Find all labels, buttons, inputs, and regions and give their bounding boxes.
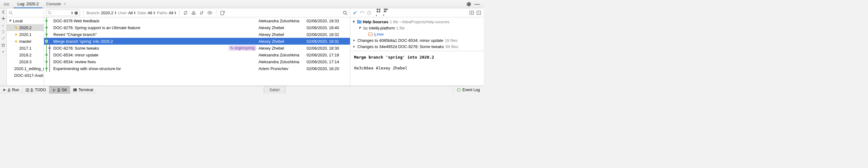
tab-log[interactable]: Log: 2020.2	[13, 0, 42, 8]
event-log-button[interactable]: Event Log	[453, 86, 484, 94]
tree-root-local[interactable]: Local	[7, 18, 44, 24]
changed-files-tree[interactable]: Help Sources 1 file ~/IdeaProjects/help-…	[350, 18, 484, 51]
expand-toggle-icon[interactable]	[359, 27, 362, 29]
commit-subject: DOC-6534: review fixes	[53, 60, 96, 64]
changes-text: Changes to 34e4952d DOC-9276: Some tweak…	[358, 44, 444, 49]
expand-toggle-icon[interactable]	[352, 39, 356, 42]
collapse-all-icon[interactable]	[476, 10, 481, 15]
filter-user[interactable]: User: All ▴▾	[118, 10, 136, 15]
safari-tab[interactable]: Safari	[264, 86, 285, 94]
search-history-icon[interactable]: ▴▾	[71, 11, 73, 14]
expand-toggle-icon[interactable]	[352, 21, 356, 23]
branch-item[interactable]: 2020.1_editing_code	[7, 65, 44, 72]
sort-icon[interactable]	[199, 10, 205, 16]
status-bar: 4: Run 6: TODO 9: Git Terminal Safari Ev…	[0, 86, 484, 94]
tree-root[interactable]: Help Sources 1 file ~/IdeaProjects/help-…	[350, 19, 484, 25]
hide-icon[interactable]: —	[474, 1, 480, 7]
cherry-pick-icon[interactable]	[191, 10, 197, 16]
more-icon[interactable]: »	[2, 50, 4, 53]
undo-icon[interactable]	[360, 10, 364, 15]
changes-to-item[interactable]: Changes to 4085b8a1 DOC-6534: minor upda…	[350, 37, 484, 43]
branch-item[interactable]: ★master	[7, 38, 44, 45]
trash-icon[interactable]	[2, 30, 5, 34]
ref-tag[interactable]: origin/spring	[229, 45, 256, 51]
plus-icon[interactable]	[2, 17, 5, 21]
commit-subject: Revert "Change branch"	[53, 32, 97, 37]
filter-branch[interactable]: Branch: 2020.2 ▴▾	[87, 10, 116, 15]
find-icon[interactable]	[342, 10, 348, 16]
branches-search[interactable]	[7, 8, 44, 18]
commit-row[interactable]: Experimenting with show-structure-forArt…	[44, 65, 350, 72]
tool-window-terminal[interactable]: Terminal	[70, 86, 96, 94]
collapse-in-icon[interactable]	[2, 23, 5, 27]
commit-date: 02/06/2020, 16:20	[307, 66, 350, 71]
tab-console[interactable]: Console ×	[42, 0, 70, 8]
svg-point-46	[55, 89, 56, 90]
collapse-icon[interactable]	[353, 10, 357, 15]
log-toolbar: ▴▾ Branch: 2020.2 ▴▾ User: All ▴▾ Date: …	[44, 8, 350, 18]
filter-date[interactable]: Date: All ▴▾	[137, 10, 155, 15]
gear-icon[interactable]	[466, 2, 471, 6]
star-icon[interactable]	[1, 43, 5, 47]
commit-date: 02/06/2020, 19:33	[307, 19, 350, 23]
commit-row[interactable]: DOC-6534: minor updateAleksandra Zolushk…	[44, 52, 350, 58]
commit-author: Aleksandra Zolushkina	[258, 60, 307, 64]
commit-row[interactable]: Merge branch 'spring' into 2020.2Alexey …	[44, 38, 350, 45]
branch-name: 2020.1_editing_code	[14, 66, 44, 71]
branch-name: 2019.2	[19, 53, 32, 57]
search-options-gear-icon[interactable]	[74, 11, 78, 15]
commit-row[interactable]: DOC-9276: Some tweaksorigin/springAlexey…	[44, 45, 350, 52]
branch-item[interactable]: 2019.3	[7, 58, 44, 65]
commit-author: Aleksandra Zolushkina	[258, 19, 307, 23]
refresh-icon[interactable]	[183, 10, 189, 16]
changes-to-item[interactable]: Changes to 34e4952d DOC-9276: Some tweak…	[350, 43, 484, 49]
chevron-left-icon[interactable]	[2, 10, 5, 14]
branch-item[interactable]: ★2020.1	[7, 31, 44, 38]
tool-window-git[interactable]: 9: Git	[49, 86, 70, 94]
branch-name: 2020.1	[19, 32, 32, 37]
eye-icon[interactable]	[207, 10, 213, 16]
branch-item[interactable]: DOC-4317-Android	[7, 72, 44, 79]
expand-all-icon[interactable]	[469, 10, 474, 15]
file-count: 1 file	[396, 26, 405, 30]
group-by-icon[interactable]: ▾	[376, 8, 381, 18]
branch-item[interactable]: 2020.2	[7, 24, 44, 31]
tree-file[interactable]: </> ij.tree	[350, 31, 484, 37]
commit-row[interactable]: DOC-9276: Spring support is an Ultimate …	[44, 24, 350, 31]
commit-list[interactable]: DOC-8376 Web feedbackAleksandra Zolushki…	[44, 18, 350, 86]
svg-point-9	[45, 20, 48, 22]
svg-point-4	[194, 13, 196, 14]
history-icon[interactable]	[367, 10, 371, 15]
commit-row[interactable]: Revert "Change branch"Alexey Zhebel02/06…	[44, 31, 350, 38]
branch-item[interactable]: 2019.2	[7, 52, 44, 58]
commit-author: Alexey Zhebel	[258, 25, 307, 30]
filter-paths[interactable]: Paths: All ▴▾	[157, 10, 176, 15]
layout-icon[interactable]: ▾	[383, 8, 388, 17]
file-count: 19 files	[445, 38, 458, 43]
main-area: » Local 2020.2★2020.1★master2017.12019.2…	[0, 8, 484, 86]
svg-point-44	[53, 89, 54, 90]
branch-name: 2020.2	[19, 25, 32, 30]
tool-window-run[interactable]: 4: Run	[0, 86, 23, 94]
expand-toggle-icon[interactable]	[352, 45, 356, 48]
new-branch-icon[interactable]	[219, 9, 226, 16]
diff-icon[interactable]	[1, 37, 6, 40]
details-body: Help Sources 1 file ~/IdeaProjects/help-…	[350, 18, 484, 86]
commit-row[interactable]: DOC-8376 Web feedbackAleksandra Zolushki…	[44, 18, 350, 24]
branches-panel: Local 2020.2★2020.1★master2017.12019.220…	[7, 8, 44, 86]
git-branch-icon	[52, 88, 56, 92]
log-search-input[interactable]: ▴▾	[46, 10, 80, 16]
branch-item[interactable]: 2017.1	[7, 45, 44, 52]
tree-folder[interactable]: intellij-platform 1 file	[350, 25, 484, 31]
close-icon[interactable]: ×	[64, 1, 66, 6]
tree-root-label: Help Sources	[363, 20, 389, 24]
commit-subject-cell: DOC-9276: Some tweaksorigin/spring	[53, 45, 258, 51]
commit-row[interactable]: DOC-6534: review fixesAleksandra Zolushk…	[44, 58, 350, 65]
branches-tree[interactable]: Local 2020.2★2020.1★master2017.12019.220…	[7, 18, 44, 86]
commit-meta: 0e3c86ea Alexey Zhebel	[354, 65, 480, 72]
branch-name: DOC-4317-Android	[14, 73, 44, 78]
todo-icon	[26, 88, 29, 92]
expand-toggle-icon[interactable]	[9, 20, 12, 22]
branch-name: 2017.1	[19, 46, 32, 51]
tool-window-todo[interactable]: 6: TODO	[23, 86, 50, 94]
